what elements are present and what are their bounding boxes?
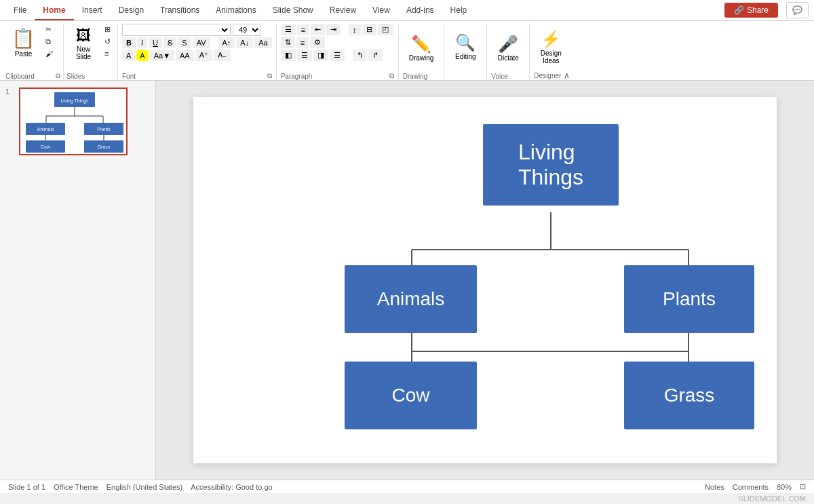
node-cow[interactable]: Cow bbox=[345, 362, 477, 429]
share-icon: 🔗 bbox=[734, 5, 744, 15]
reset-button[interactable]: ↺ bbox=[102, 36, 113, 47]
tab-transitions[interactable]: Transitions bbox=[152, 1, 208, 20]
slide-canvas[interactable]: LivingThings Animals Plants Cow bbox=[193, 97, 777, 463]
align-text-button[interactable]: ≡ bbox=[296, 37, 309, 48]
highlight-button[interactable]: A bbox=[136, 50, 148, 61]
svg-text:Grass: Grass bbox=[98, 144, 111, 149]
notes-button[interactable]: Notes bbox=[705, 483, 724, 491]
slide-thumb-wrapper: 1 Living Things bbox=[5, 88, 150, 155]
editing-button[interactable]: 🔍 Editing bbox=[448, 30, 482, 64]
columns-button[interactable]: ⊟ bbox=[362, 24, 376, 35]
dictate-button[interactable]: 🎤 Dictate bbox=[491, 31, 525, 65]
comment-icon: 💬 bbox=[792, 5, 802, 15]
paragraph-label-row: Paragraph ⧉ bbox=[281, 72, 394, 80]
uppercase-button[interactable]: AA bbox=[176, 50, 194, 61]
font-expand[interactable]: ⧉ bbox=[267, 72, 272, 80]
superscript-button[interactable]: A⁺ bbox=[195, 50, 212, 61]
drawing-button[interactable]: ✏️ Drawing bbox=[403, 31, 440, 65]
tab-insert[interactable]: Insert bbox=[74, 1, 111, 20]
ribbon-tabs: File Home Insert Design Transitions Anim… bbox=[5, 1, 724, 20]
node-grass[interactable]: Grass bbox=[624, 362, 754, 429]
convert-smartart-button[interactable]: ⚙ bbox=[310, 37, 325, 48]
fit-button[interactable]: ⊡ bbox=[800, 482, 806, 491]
char-spacing-button[interactable]: AV bbox=[193, 37, 210, 48]
tab-animations[interactable]: Animations bbox=[208, 1, 264, 20]
paste-button[interactable]: 📋 Paste bbox=[5, 24, 41, 61]
accessibility-info: Accessibility: Good to go bbox=[191, 483, 272, 491]
numbering-button[interactable]: ≡ bbox=[297, 24, 309, 35]
comment-button[interactable]: 💬 bbox=[786, 2, 809, 18]
font-size-field[interactable]: Aa▼ bbox=[150, 50, 174, 61]
drawing-group: ✏️ Drawing Drawing bbox=[399, 24, 445, 80]
font-name-select[interactable] bbox=[122, 24, 231, 36]
decrease-font-button[interactable]: A↓ bbox=[236, 37, 253, 48]
font-group: 49 B I U S S AV A↑ A↓ Aa A A bbox=[118, 24, 277, 80]
svg-text:Plants: Plants bbox=[97, 127, 111, 132]
bullets-button[interactable]: ☰ bbox=[281, 24, 296, 35]
designer-label-row: Designer ∧ bbox=[534, 71, 570, 80]
node-plants[interactable]: Plants bbox=[624, 265, 754, 333]
align-left-button[interactable]: ◧ bbox=[281, 50, 296, 61]
clipboard-group: 📋 Paste ✂ ⧉ 🖌 Clipboard ⧉ bbox=[3, 24, 64, 80]
font-size-select[interactable]: 49 bbox=[233, 24, 261, 36]
tab-home[interactable]: Home bbox=[35, 1, 73, 20]
format-painter-icon: 🖌 bbox=[45, 50, 53, 58]
tab-design[interactable]: Design bbox=[111, 1, 152, 20]
decrease-indent-button[interactable]: ⇤ bbox=[311, 24, 325, 35]
clear-format-button[interactable]: Aa bbox=[254, 37, 271, 48]
subscript-button[interactable]: A₋ bbox=[214, 50, 231, 61]
new-slide-button[interactable]: 🖼 New Slide bbox=[66, 24, 100, 64]
slide-thumbnail[interactable]: Living Things Animals Plants bbox=[19, 88, 128, 155]
shadow-button[interactable]: S bbox=[178, 37, 191, 48]
increase-indent-button[interactable]: ⇥ bbox=[326, 24, 341, 35]
designer-group: ⚡ Design Ideas Designer ∧ bbox=[530, 24, 574, 80]
cut-icon: ✂ bbox=[45, 25, 52, 34]
rtl-button[interactable]: ↰ bbox=[353, 50, 367, 61]
cut-button[interactable]: ✂ bbox=[43, 24, 56, 35]
dictate-icon: 🎤 bbox=[498, 35, 518, 54]
tab-help[interactable]: Help bbox=[442, 1, 476, 20]
align-center-button[interactable]: ☰ bbox=[297, 50, 312, 61]
section-button[interactable]: ≡ bbox=[102, 48, 113, 59]
strikethrough-button[interactable]: S bbox=[163, 37, 176, 48]
designer-collapse[interactable]: ∧ bbox=[564, 71, 570, 80]
tab-file[interactable]: File bbox=[5, 1, 35, 20]
layout-button[interactable]: ⊞ bbox=[102, 24, 113, 35]
align-right-button[interactable]: ◨ bbox=[313, 50, 328, 61]
node-animals[interactable]: Animals bbox=[345, 265, 477, 333]
underline-button[interactable]: U bbox=[149, 37, 162, 48]
node-living-things[interactable]: LivingThings bbox=[483, 124, 619, 206]
justify-button[interactable]: ☰ bbox=[330, 50, 345, 61]
zoom-level: 80% bbox=[777, 483, 792, 491]
line-spacing-button[interactable]: ↕ bbox=[349, 24, 361, 35]
diagram: LivingThings Animals Plants Cow bbox=[193, 97, 777, 463]
canvas-area: LivingThings Animals Plants Cow bbox=[156, 81, 814, 480]
comments-button[interactable]: Comments bbox=[733, 483, 769, 491]
tab-slideshow[interactable]: Slide Show bbox=[265, 1, 322, 20]
format-painter-button[interactable]: 🖌 bbox=[43, 48, 56, 59]
increase-font-button[interactable]: A↑ bbox=[218, 37, 235, 48]
slides-panel: 1 Living Things bbox=[0, 81, 156, 480]
paste-icon: 📋 bbox=[12, 27, 35, 50]
drawing-label-row: Drawing bbox=[403, 73, 440, 80]
design-ideas-button[interactable]: ⚡ Design Ideas bbox=[534, 26, 568, 68]
text-direction-button[interactable]: ⇅ bbox=[281, 37, 295, 48]
bold-button[interactable]: B bbox=[122, 37, 136, 48]
slides-small-btns: ⊞ ↺ ≡ bbox=[102, 24, 113, 59]
copy-button[interactable]: ⧉ bbox=[43, 36, 56, 47]
paragraph-expand[interactable]: ⧉ bbox=[389, 72, 394, 80]
section-icon: ≡ bbox=[104, 50, 109, 58]
slide-number: 1 bbox=[5, 88, 15, 96]
tab-addins[interactable]: Add-ins bbox=[398, 1, 442, 20]
font-color-button[interactable]: A bbox=[122, 50, 135, 61]
svg-text:Animals: Animals bbox=[37, 127, 54, 132]
ltr-button[interactable]: ↱ bbox=[368, 50, 383, 61]
clipboard-expand[interactable]: ⧉ bbox=[56, 72, 60, 80]
smart-art-button[interactable]: ◰ bbox=[378, 24, 393, 35]
tab-view[interactable]: View bbox=[364, 1, 398, 20]
slides-group: 🖼 New Slide ⊞ ↺ ≡ Slides bbox=[64, 24, 118, 80]
share-button[interactable]: 🔗 Share bbox=[724, 3, 778, 18]
tab-review[interactable]: Review bbox=[322, 1, 364, 20]
italic-button[interactable]: I bbox=[137, 37, 147, 48]
watermark: SLIDEMODEL.COM bbox=[0, 493, 814, 504]
